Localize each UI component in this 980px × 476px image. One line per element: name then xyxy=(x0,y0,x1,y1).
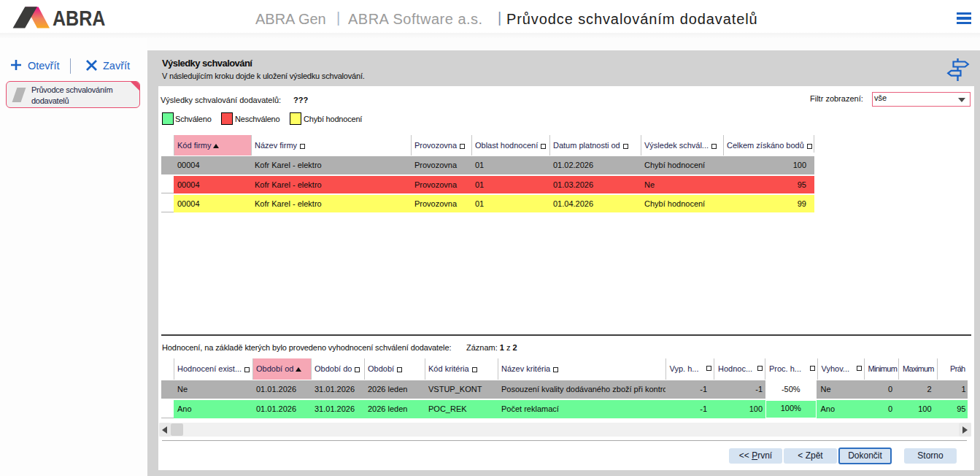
svg-text:ABRA: ABRA xyxy=(53,7,106,30)
